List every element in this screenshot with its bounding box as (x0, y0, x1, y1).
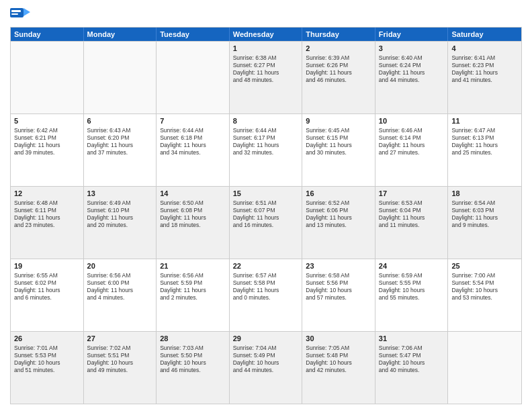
calendar-cell-empty-0-1 (84, 42, 157, 113)
day-number-7: 7 (160, 116, 226, 126)
calendar-cell-2: 2Sunrise: 6:39 AM Sunset: 6:26 PM Daylig… (302, 42, 375, 113)
calendar-cell-6: 6Sunrise: 6:43 AM Sunset: 6:20 PM Daylig… (84, 114, 157, 186)
calendar-cell-empty-0-0 (11, 42, 84, 113)
day-number-22: 22 (233, 261, 299, 271)
cell-info-21: Sunrise: 6:56 AM Sunset: 5:59 PM Dayligh… (160, 272, 226, 302)
calendar-cell-31: 31Sunrise: 7:06 AM Sunset: 5:47 PM Dayli… (375, 332, 449, 404)
calendar-cell-5: 5Sunrise: 6:42 AM Sunset: 6:21 PM Daylig… (11, 114, 84, 186)
day-number-2: 2 (306, 44, 371, 54)
cell-info-13: Sunrise: 6:49 AM Sunset: 6:10 PM Dayligh… (87, 199, 153, 229)
day-number-30: 30 (306, 334, 371, 344)
calendar-row-1: 1Sunrise: 6:38 AM Sunset: 6:27 PM Daylig… (11, 41, 521, 113)
day-header-wednesday: Wednesday (230, 28, 303, 41)
svg-rect-2 (11, 10, 21, 12)
calendar-cell-3: 3Sunrise: 6:40 AM Sunset: 6:24 PM Daylig… (375, 42, 449, 113)
day-number-28: 28 (160, 334, 226, 344)
calendar-row-5: 26Sunrise: 7:01 AM Sunset: 5:53 PM Dayli… (11, 331, 521, 404)
cell-info-22: Sunrise: 6:57 AM Sunset: 5:58 PM Dayligh… (233, 272, 299, 302)
calendar-cell-empty-4-6 (448, 332, 521, 404)
calendar-cell-23: 23Sunrise: 6:58 AM Sunset: 5:56 PM Dayli… (302, 259, 375, 331)
cell-info-14: Sunrise: 6:50 AM Sunset: 6:08 PM Dayligh… (160, 199, 226, 229)
day-number-25: 25 (451, 261, 518, 271)
cell-info-11: Sunrise: 6:47 AM Sunset: 6:13 PM Dayligh… (451, 127, 518, 156)
calendar-cell-15: 15Sunrise: 6:51 AM Sunset: 6:07 PM Dayli… (230, 187, 303, 259)
calendar-cell-empty-0-2 (157, 42, 230, 113)
calendar-cell-24: 24Sunrise: 6:59 AM Sunset: 5:55 PM Dayli… (375, 259, 449, 331)
header (10, 7, 522, 21)
cell-info-26: Sunrise: 7:01 AM Sunset: 5:53 PM Dayligh… (14, 345, 80, 374)
logo-icon (10, 7, 30, 21)
day-number-13: 13 (87, 189, 153, 199)
cell-info-8: Sunrise: 6:44 AM Sunset: 6:17 PM Dayligh… (233, 127, 299, 156)
day-number-3: 3 (379, 44, 445, 54)
cell-info-2: Sunrise: 6:39 AM Sunset: 6:26 PM Dayligh… (306, 54, 371, 84)
cell-info-19: Sunrise: 6:55 AM Sunset: 6:02 PM Dayligh… (14, 272, 80, 302)
cell-info-25: Sunrise: 7:00 AM Sunset: 5:54 PM Dayligh… (451, 272, 518, 302)
cell-info-10: Sunrise: 6:46 AM Sunset: 6:14 PM Dayligh… (379, 127, 445, 156)
day-number-24: 24 (379, 261, 445, 271)
calendar-cell-29: 29Sunrise: 7:04 AM Sunset: 5:49 PM Dayli… (230, 332, 303, 404)
calendar-cell-28: 28Sunrise: 7:03 AM Sunset: 5:50 PM Dayli… (157, 332, 230, 404)
calendar-header: SundayMondayTuesdayWednesdayThursdayFrid… (11, 28, 521, 41)
cell-info-12: Sunrise: 6:48 AM Sunset: 6:11 PM Dayligh… (14, 199, 80, 229)
day-number-4: 4 (451, 44, 518, 54)
cell-info-4: Sunrise: 6:41 AM Sunset: 6:23 PM Dayligh… (451, 54, 518, 84)
calendar-cell-22: 22Sunrise: 6:57 AM Sunset: 5:58 PM Dayli… (230, 259, 303, 331)
calendar-cell-18: 18Sunrise: 6:54 AM Sunset: 6:03 PM Dayli… (448, 187, 521, 259)
day-number-5: 5 (14, 116, 80, 126)
calendar-cell-16: 16Sunrise: 6:52 AM Sunset: 6:06 PM Dayli… (302, 187, 375, 259)
day-number-14: 14 (160, 189, 226, 199)
cell-info-27: Sunrise: 7:02 AM Sunset: 5:51 PM Dayligh… (87, 345, 153, 374)
calendar-cell-25: 25Sunrise: 7:00 AM Sunset: 5:54 PM Dayli… (448, 259, 521, 331)
cell-info-6: Sunrise: 6:43 AM Sunset: 6:20 PM Dayligh… (87, 127, 153, 156)
cell-info-29: Sunrise: 7:04 AM Sunset: 5:49 PM Dayligh… (233, 345, 299, 374)
calendar-cell-7: 7Sunrise: 6:44 AM Sunset: 6:18 PM Daylig… (157, 114, 230, 186)
cell-info-30: Sunrise: 7:05 AM Sunset: 5:48 PM Dayligh… (306, 345, 371, 374)
cell-info-3: Sunrise: 6:40 AM Sunset: 6:24 PM Dayligh… (379, 54, 445, 84)
cell-info-1: Sunrise: 6:38 AM Sunset: 6:27 PM Dayligh… (233, 54, 299, 84)
cell-info-15: Sunrise: 6:51 AM Sunset: 6:07 PM Dayligh… (233, 199, 299, 229)
day-number-27: 27 (87, 334, 153, 344)
day-header-friday: Friday (375, 28, 449, 41)
day-number-1: 1 (233, 44, 299, 54)
cell-info-24: Sunrise: 6:59 AM Sunset: 5:55 PM Dayligh… (379, 272, 445, 302)
page: SundayMondayTuesdayWednesdayThursdayFrid… (0, 0, 532, 411)
logo (10, 7, 32, 21)
cell-info-7: Sunrise: 6:44 AM Sunset: 6:18 PM Dayligh… (160, 127, 226, 156)
cell-info-23: Sunrise: 6:58 AM Sunset: 5:56 PM Dayligh… (306, 272, 371, 302)
calendar-cell-12: 12Sunrise: 6:48 AM Sunset: 6:11 PM Dayli… (11, 187, 84, 259)
cell-info-28: Sunrise: 7:03 AM Sunset: 5:50 PM Dayligh… (160, 345, 226, 374)
calendar-cell-17: 17Sunrise: 6:53 AM Sunset: 6:04 PM Dayli… (375, 187, 449, 259)
cell-info-20: Sunrise: 6:56 AM Sunset: 6:00 PM Dayligh… (87, 272, 153, 302)
day-number-23: 23 (306, 261, 371, 271)
calendar-cell-26: 26Sunrise: 7:01 AM Sunset: 5:53 PM Dayli… (11, 332, 84, 404)
cell-info-9: Sunrise: 6:45 AM Sunset: 6:15 PM Dayligh… (306, 127, 371, 156)
day-number-18: 18 (451, 189, 518, 199)
day-number-26: 26 (14, 334, 80, 344)
calendar: SundayMondayTuesdayWednesdayThursdayFrid… (10, 27, 522, 404)
calendar-cell-11: 11Sunrise: 6:47 AM Sunset: 6:13 PM Dayli… (448, 114, 521, 186)
day-number-15: 15 (233, 189, 299, 199)
calendar-cell-30: 30Sunrise: 7:05 AM Sunset: 5:48 PM Dayli… (302, 332, 375, 404)
calendar-cell-19: 19Sunrise: 6:55 AM Sunset: 6:02 PM Dayli… (11, 259, 84, 331)
calendar-body: 1Sunrise: 6:38 AM Sunset: 6:27 PM Daylig… (11, 41, 521, 404)
cell-info-5: Sunrise: 6:42 AM Sunset: 6:21 PM Dayligh… (14, 127, 80, 156)
day-header-sunday: Sunday (11, 28, 84, 41)
calendar-cell-27: 27Sunrise: 7:02 AM Sunset: 5:51 PM Dayli… (84, 332, 157, 404)
day-header-thursday: Thursday (302, 28, 375, 41)
day-number-20: 20 (87, 261, 153, 271)
svg-rect-0 (10, 8, 24, 17)
cell-info-18: Sunrise: 6:54 AM Sunset: 6:03 PM Dayligh… (451, 199, 518, 229)
calendar-row-4: 19Sunrise: 6:55 AM Sunset: 6:02 PM Dayli… (11, 259, 521, 331)
calendar-cell-4: 4Sunrise: 6:41 AM Sunset: 6:23 PM Daylig… (448, 42, 521, 113)
calendar-cell-14: 14Sunrise: 6:50 AM Sunset: 6:08 PM Dayli… (157, 187, 230, 259)
calendar-cell-9: 9Sunrise: 6:45 AM Sunset: 6:15 PM Daylig… (302, 114, 375, 186)
day-number-6: 6 (87, 116, 153, 126)
day-number-8: 8 (233, 116, 299, 126)
calendar-cell-21: 21Sunrise: 6:56 AM Sunset: 5:59 PM Dayli… (157, 259, 230, 331)
day-number-9: 9 (306, 116, 371, 126)
day-header-monday: Monday (84, 28, 157, 41)
day-header-tuesday: Tuesday (157, 28, 230, 41)
cell-info-17: Sunrise: 6:53 AM Sunset: 6:04 PM Dayligh… (379, 199, 445, 229)
day-number-16: 16 (306, 189, 371, 199)
